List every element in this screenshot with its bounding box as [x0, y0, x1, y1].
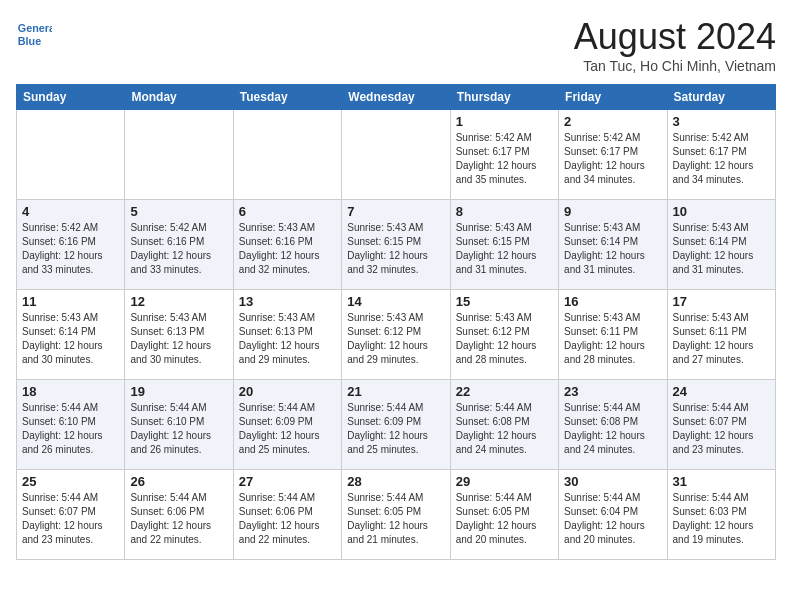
calendar-day-cell: 30Sunrise: 5:44 AM Sunset: 6:04 PM Dayli…: [559, 470, 667, 560]
svg-text:General: General: [18, 22, 52, 34]
day-info: Sunrise: 5:44 AM Sunset: 6:09 PM Dayligh…: [239, 401, 336, 457]
calendar-day-cell: 1Sunrise: 5:42 AM Sunset: 6:17 PM Daylig…: [450, 110, 558, 200]
day-info: Sunrise: 5:43 AM Sunset: 6:16 PM Dayligh…: [239, 221, 336, 277]
day-info: Sunrise: 5:42 AM Sunset: 6:17 PM Dayligh…: [564, 131, 661, 187]
calendar-day-cell: 9Sunrise: 5:43 AM Sunset: 6:14 PM Daylig…: [559, 200, 667, 290]
day-info: Sunrise: 5:43 AM Sunset: 6:15 PM Dayligh…: [456, 221, 553, 277]
day-info: Sunrise: 5:44 AM Sunset: 6:06 PM Dayligh…: [130, 491, 227, 547]
title-block: August 2024 Tan Tuc, Ho Chi Minh, Vietna…: [574, 16, 776, 74]
calendar-day-cell: 10Sunrise: 5:43 AM Sunset: 6:14 PM Dayli…: [667, 200, 775, 290]
day-number: 5: [130, 204, 227, 219]
weekday-header-wednesday: Wednesday: [342, 85, 450, 110]
calendar-day-cell: 15Sunrise: 5:43 AM Sunset: 6:12 PM Dayli…: [450, 290, 558, 380]
day-number: 25: [22, 474, 119, 489]
day-info: Sunrise: 5:43 AM Sunset: 6:14 PM Dayligh…: [673, 221, 770, 277]
weekday-header-saturday: Saturday: [667, 85, 775, 110]
day-info: Sunrise: 5:43 AM Sunset: 6:14 PM Dayligh…: [564, 221, 661, 277]
day-info: Sunrise: 5:42 AM Sunset: 6:16 PM Dayligh…: [22, 221, 119, 277]
day-info: Sunrise: 5:43 AM Sunset: 6:13 PM Dayligh…: [130, 311, 227, 367]
day-number: 12: [130, 294, 227, 309]
calendar-day-cell: [233, 110, 341, 200]
weekday-header-monday: Monday: [125, 85, 233, 110]
calendar-day-cell: 4Sunrise: 5:42 AM Sunset: 6:16 PM Daylig…: [17, 200, 125, 290]
weekday-header-tuesday: Tuesday: [233, 85, 341, 110]
calendar-week-row: 4Sunrise: 5:42 AM Sunset: 6:16 PM Daylig…: [17, 200, 776, 290]
day-number: 22: [456, 384, 553, 399]
logo: General Blue: [16, 16, 52, 52]
calendar-week-row: 25Sunrise: 5:44 AM Sunset: 6:07 PM Dayli…: [17, 470, 776, 560]
day-number: 6: [239, 204, 336, 219]
day-info: Sunrise: 5:43 AM Sunset: 6:13 PM Dayligh…: [239, 311, 336, 367]
svg-text:Blue: Blue: [18, 35, 41, 47]
calendar-day-cell: 26Sunrise: 5:44 AM Sunset: 6:06 PM Dayli…: [125, 470, 233, 560]
day-number: 9: [564, 204, 661, 219]
day-number: 28: [347, 474, 444, 489]
day-number: 10: [673, 204, 770, 219]
day-number: 18: [22, 384, 119, 399]
day-number: 20: [239, 384, 336, 399]
page-header: General Blue August 2024 Tan Tuc, Ho Chi…: [16, 16, 776, 74]
calendar-week-row: 18Sunrise: 5:44 AM Sunset: 6:10 PM Dayli…: [17, 380, 776, 470]
day-info: Sunrise: 5:44 AM Sunset: 6:03 PM Dayligh…: [673, 491, 770, 547]
calendar-day-cell: [342, 110, 450, 200]
weekday-header-thursday: Thursday: [450, 85, 558, 110]
day-number: 26: [130, 474, 227, 489]
calendar-table: SundayMondayTuesdayWednesdayThursdayFrid…: [16, 84, 776, 560]
calendar-day-cell: 31Sunrise: 5:44 AM Sunset: 6:03 PM Dayli…: [667, 470, 775, 560]
calendar-day-cell: 27Sunrise: 5:44 AM Sunset: 6:06 PM Dayli…: [233, 470, 341, 560]
calendar-day-cell: 19Sunrise: 5:44 AM Sunset: 6:10 PM Dayli…: [125, 380, 233, 470]
day-info: Sunrise: 5:43 AM Sunset: 6:14 PM Dayligh…: [22, 311, 119, 367]
day-number: 16: [564, 294, 661, 309]
day-number: 31: [673, 474, 770, 489]
day-number: 11: [22, 294, 119, 309]
calendar-day-cell: 2Sunrise: 5:42 AM Sunset: 6:17 PM Daylig…: [559, 110, 667, 200]
calendar-day-cell: 12Sunrise: 5:43 AM Sunset: 6:13 PM Dayli…: [125, 290, 233, 380]
calendar-day-cell: [17, 110, 125, 200]
day-number: 30: [564, 474, 661, 489]
month-title: August 2024: [574, 16, 776, 58]
day-info: Sunrise: 5:42 AM Sunset: 6:17 PM Dayligh…: [673, 131, 770, 187]
calendar-day-cell: [125, 110, 233, 200]
day-info: Sunrise: 5:44 AM Sunset: 6:04 PM Dayligh…: [564, 491, 661, 547]
calendar-day-cell: 20Sunrise: 5:44 AM Sunset: 6:09 PM Dayli…: [233, 380, 341, 470]
calendar-day-cell: 17Sunrise: 5:43 AM Sunset: 6:11 PM Dayli…: [667, 290, 775, 380]
day-number: 23: [564, 384, 661, 399]
calendar-day-cell: 21Sunrise: 5:44 AM Sunset: 6:09 PM Dayli…: [342, 380, 450, 470]
day-info: Sunrise: 5:44 AM Sunset: 6:08 PM Dayligh…: [456, 401, 553, 457]
day-number: 2: [564, 114, 661, 129]
day-info: Sunrise: 5:43 AM Sunset: 6:11 PM Dayligh…: [564, 311, 661, 367]
calendar-day-cell: 3Sunrise: 5:42 AM Sunset: 6:17 PM Daylig…: [667, 110, 775, 200]
day-info: Sunrise: 5:44 AM Sunset: 6:05 PM Dayligh…: [347, 491, 444, 547]
day-info: Sunrise: 5:44 AM Sunset: 6:05 PM Dayligh…: [456, 491, 553, 547]
calendar-week-row: 11Sunrise: 5:43 AM Sunset: 6:14 PM Dayli…: [17, 290, 776, 380]
location: Tan Tuc, Ho Chi Minh, Vietnam: [574, 58, 776, 74]
day-number: 3: [673, 114, 770, 129]
calendar-day-cell: 5Sunrise: 5:42 AM Sunset: 6:16 PM Daylig…: [125, 200, 233, 290]
calendar-day-cell: 14Sunrise: 5:43 AM Sunset: 6:12 PM Dayli…: [342, 290, 450, 380]
day-info: Sunrise: 5:44 AM Sunset: 6:08 PM Dayligh…: [564, 401, 661, 457]
day-info: Sunrise: 5:44 AM Sunset: 6:06 PM Dayligh…: [239, 491, 336, 547]
calendar-day-cell: 11Sunrise: 5:43 AM Sunset: 6:14 PM Dayli…: [17, 290, 125, 380]
day-number: 21: [347, 384, 444, 399]
calendar-day-cell: 16Sunrise: 5:43 AM Sunset: 6:11 PM Dayli…: [559, 290, 667, 380]
day-number: 13: [239, 294, 336, 309]
day-info: Sunrise: 5:42 AM Sunset: 6:17 PM Dayligh…: [456, 131, 553, 187]
calendar-day-cell: 13Sunrise: 5:43 AM Sunset: 6:13 PM Dayli…: [233, 290, 341, 380]
weekday-header-row: SundayMondayTuesdayWednesdayThursdayFrid…: [17, 85, 776, 110]
day-number: 7: [347, 204, 444, 219]
day-number: 14: [347, 294, 444, 309]
calendar-day-cell: 8Sunrise: 5:43 AM Sunset: 6:15 PM Daylig…: [450, 200, 558, 290]
calendar-day-cell: 22Sunrise: 5:44 AM Sunset: 6:08 PM Dayli…: [450, 380, 558, 470]
day-number: 15: [456, 294, 553, 309]
calendar-week-row: 1Sunrise: 5:42 AM Sunset: 6:17 PM Daylig…: [17, 110, 776, 200]
day-info: Sunrise: 5:43 AM Sunset: 6:15 PM Dayligh…: [347, 221, 444, 277]
day-info: Sunrise: 5:43 AM Sunset: 6:12 PM Dayligh…: [456, 311, 553, 367]
calendar-day-cell: 6Sunrise: 5:43 AM Sunset: 6:16 PM Daylig…: [233, 200, 341, 290]
weekday-header-friday: Friday: [559, 85, 667, 110]
day-info: Sunrise: 5:43 AM Sunset: 6:11 PM Dayligh…: [673, 311, 770, 367]
calendar-day-cell: 7Sunrise: 5:43 AM Sunset: 6:15 PM Daylig…: [342, 200, 450, 290]
day-number: 29: [456, 474, 553, 489]
calendar-day-cell: 25Sunrise: 5:44 AM Sunset: 6:07 PM Dayli…: [17, 470, 125, 560]
day-number: 17: [673, 294, 770, 309]
calendar-day-cell: 29Sunrise: 5:44 AM Sunset: 6:05 PM Dayli…: [450, 470, 558, 560]
